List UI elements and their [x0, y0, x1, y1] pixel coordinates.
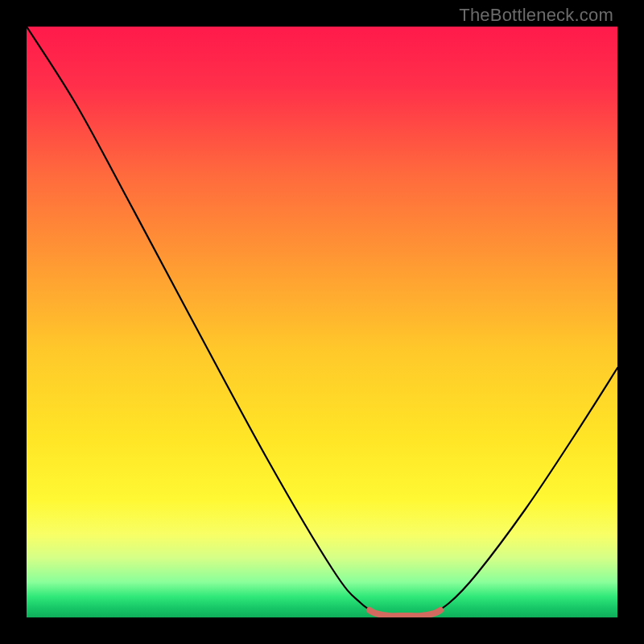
ideal-zone-marker: [369, 610, 440, 616]
watermark-text: TheBottleneck.com: [459, 5, 613, 26]
plot-area: [27, 27, 617, 617]
curve-layer: [27, 27, 617, 617]
chart-frame: TheBottleneck.com: [0, 0, 644, 644]
bottleneck-curve: [27, 27, 617, 615]
